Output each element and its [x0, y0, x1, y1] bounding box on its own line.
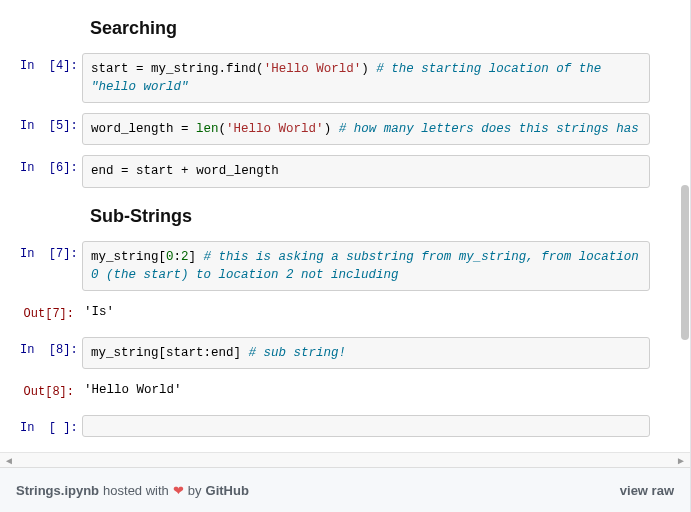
- token-var: end: [211, 346, 234, 360]
- token-punc: .: [219, 62, 227, 76]
- prompt-in-7: In [7]:: [20, 241, 82, 261]
- token-number: 0: [166, 250, 174, 264]
- prompt-in-6: In [6]:: [20, 155, 82, 175]
- notebook-body: Searching In [4]: start = my_string.find…: [0, 0, 690, 452]
- token-string: 'Hello World': [264, 62, 362, 76]
- code-in-7[interactable]: my_string[0:2] # this is asking a substr…: [82, 241, 650, 291]
- token-punc: (: [256, 62, 264, 76]
- token-op: =: [136, 62, 144, 76]
- heading-searching: Searching: [90, 18, 680, 39]
- view-raw-link[interactable]: view raw: [620, 483, 674, 498]
- token-punc: ): [324, 122, 332, 136]
- token-number: 2: [181, 250, 189, 264]
- token-comment: # sub string!: [249, 346, 347, 360]
- cell-out-8: Out[8]: 'Hello World': [0, 379, 680, 405]
- footer-left: Strings.ipynb hosted with ❤ by GitHub: [16, 483, 249, 498]
- filename-link[interactable]: Strings.ipynb: [16, 483, 99, 498]
- gist-footer: Strings.ipynb hosted with ❤ by GitHub vi…: [0, 467, 690, 512]
- token-punc: :: [204, 346, 212, 360]
- cell-in-empty: In [ ]:: [0, 415, 680, 437]
- code-in-8[interactable]: my_string[start:end] # sub string!: [82, 337, 650, 369]
- github-link[interactable]: GitHub: [206, 483, 249, 498]
- code-in-empty[interactable]: [82, 415, 650, 437]
- cell-in-4: In [4]: start = my_string.find('Hello Wo…: [0, 53, 680, 103]
- vertical-scrollbar[interactable]: [681, 185, 689, 340]
- token-var: word_length: [91, 122, 174, 136]
- prompt-in-4: In [4]:: [20, 53, 82, 73]
- code-in-5[interactable]: word_length = len('Hello World') # how m…: [82, 113, 650, 145]
- token-punc: (: [219, 122, 227, 136]
- cell-out-7: Out[7]: 'Is': [0, 301, 680, 327]
- scroll-right-icon[interactable]: ►: [676, 455, 686, 466]
- token-method: find: [226, 62, 256, 76]
- footer-text: hosted with: [103, 483, 169, 498]
- prompt-out-7: Out[7]:: [20, 301, 82, 321]
- token-op: =: [181, 122, 189, 136]
- output-8: 'Hello World': [82, 379, 650, 405]
- code-in-6[interactable]: end = start + word_length: [82, 155, 650, 187]
- token-op: +: [181, 164, 189, 178]
- footer-text: by: [188, 483, 202, 498]
- token-op: =: [121, 164, 129, 178]
- token-var: start: [136, 164, 174, 178]
- token-var: end: [91, 164, 114, 178]
- token-builtin: len: [196, 122, 219, 136]
- cell-in-7: In [7]: my_string[0:2] # this is asking …: [0, 241, 680, 291]
- scroll-left-icon[interactable]: ◄: [4, 455, 14, 466]
- prompt-in-5: In [5]:: [20, 113, 82, 133]
- token-punc: [: [159, 346, 167, 360]
- prompt-in-8: In [8]:: [20, 337, 82, 357]
- token-punc: :: [174, 250, 182, 264]
- cell-in-8: In [8]: my_string[start:end] # sub strin…: [0, 337, 680, 369]
- token-var: start: [91, 62, 129, 76]
- token-var: start: [166, 346, 204, 360]
- token-var: my_string: [91, 346, 159, 360]
- token-punc: ): [361, 62, 369, 76]
- token-comment: # how many letters does this strings has: [339, 122, 639, 136]
- prompt-in-empty: In [ ]:: [20, 415, 82, 435]
- token-punc: [: [159, 250, 167, 264]
- token-var: my_string: [91, 250, 159, 264]
- token-string: 'Hello World': [226, 122, 324, 136]
- notebook-viewport: Searching In [4]: start = my_string.find…: [0, 0, 691, 512]
- prompt-out-8: Out[8]:: [20, 379, 82, 399]
- token-var: my_string: [151, 62, 219, 76]
- code-in-4[interactable]: start = my_string.find('Hello World') # …: [82, 53, 650, 103]
- heading-substrings: Sub-Strings: [90, 206, 680, 227]
- horizontal-scrollbar[interactable]: ◄ ►: [0, 452, 690, 467]
- token-var: word_length: [196, 164, 279, 178]
- cell-in-5: In [5]: word_length = len('Hello World')…: [0, 113, 680, 145]
- token-punc: ]: [189, 250, 197, 264]
- heart-icon: ❤: [173, 483, 184, 498]
- output-7: 'Is': [82, 301, 650, 327]
- token-punc: ]: [234, 346, 242, 360]
- cell-in-6: In [6]: end = start + word_length: [0, 155, 680, 187]
